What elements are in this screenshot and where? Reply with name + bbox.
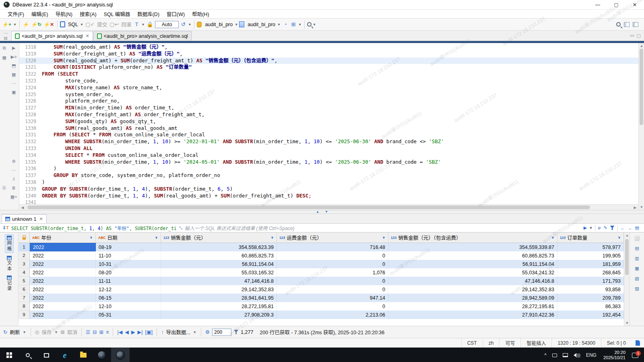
database-nav-icon[interactable]: ▦ [1, 54, 8, 61]
script-panel-icon[interactable]: ▣ [10, 89, 17, 95]
grid-cell[interactable]: 56,911,154.04 [161, 260, 277, 268]
row-number[interactable]: 7 [19, 294, 30, 302]
grid-cell[interactable]: 2022 [30, 311, 96, 319]
grid-cell[interactable]: 28,272,195.81 [161, 302, 277, 311]
commit-mode-select[interactable]: Auto [155, 21, 179, 28]
calc-panel-icon[interactable]: ▧ [634, 275, 640, 282]
outline-icon[interactable]: ⎘ [1, 185, 8, 191]
grid-cell[interactable]: 60,865,825.73 [388, 251, 557, 260]
grid-cell[interactable]: 2022 [30, 294, 96, 302]
search-icon[interactable] [616, 22, 621, 27]
menu-item-4[interactable]: SQL 编辑器 [100, 10, 134, 18]
fetch-size-input[interactable] [212, 329, 231, 336]
hscroll-right-arrow[interactable]: ▶ [632, 205, 638, 210]
menu-item-5[interactable]: 数据库(D) [134, 10, 163, 18]
add-row-icon[interactable]: ☰ [86, 329, 90, 335]
column-filter-icon[interactable]: ▼ [155, 236, 158, 240]
grid-cell[interactable]: 47,146,416.8 [161, 277, 277, 285]
code-line-1320[interactable]: 1320SUM(real_goods_amt) + SUM(order_frei… [19, 58, 638, 64]
grid-cell[interactable]: 60,865,825.73 [161, 251, 277, 260]
grid-cell[interactable]: 93,858 [557, 285, 624, 294]
grid-cell[interactable]: 27,908,209.3 [161, 311, 277, 319]
editor-vertical-scrollbar[interactable]: ▲ ▼ [638, 43, 644, 210]
filter-history-dropdown[interactable]: ▾ [590, 225, 592, 230]
code-line-1327[interactable]: 1327MIN(min_order_time) AS order_time_t, [19, 105, 638, 111]
code-line-1321[interactable]: 1321COUNT(DISTINCT platform_order_no) AS… [19, 64, 638, 71]
task-view-icon[interactable] [37, 348, 56, 362]
connect-icon[interactable]: ⚡ [22, 20, 30, 29]
maximize-button[interactable]: ▢ [607, 0, 625, 9]
schema-dropdown[interactable]: ▾ [277, 20, 281, 29]
grid-cell[interactable]: 47,146,416.8 [388, 277, 557, 285]
new-connection-dropdown[interactable]: ▾ [13, 20, 17, 29]
grid-cell[interactable]: 86,383 [557, 302, 624, 311]
table-row[interactable]: 3202210-3156,911,154.04056,911,154.04181… [19, 260, 624, 268]
grid-view-icon[interactable]: ▤ [634, 245, 640, 251]
history-icon[interactable]: ↺ [180, 20, 187, 29]
edit-row-icon[interactable]: ≡ [106, 329, 109, 335]
column-header-0[interactable]: ABC年份▼ [30, 232, 96, 243]
transaction-dropdown[interactable]: ▾ [141, 20, 145, 29]
export-data-button[interactable]: 导出数据... [166, 328, 190, 336]
quick-search-icon[interactable] [307, 22, 312, 27]
reconnect-icon[interactable]: ⚡↻ [31, 20, 42, 29]
code-line-1341[interactable]: 1341 [19, 199, 638, 204]
table-row[interactable]: 7202206-1528,941,641.95947.1428,942,589.… [19, 294, 624, 302]
grid-cell[interactable]: 10-31 [96, 260, 161, 268]
column-header-2[interactable]: 123销售金额（元）▼ [161, 232, 277, 243]
code-line-1319[interactable]: 1319SUM(order_freight_amt_t) AS "运费金额（元）… [19, 51, 638, 58]
grid-cell[interactable]: 29,142,352.83 [161, 285, 277, 294]
refresh-dropdown[interactable]: ▾ [23, 328, 27, 337]
grid-cell[interactable]: 2022 [30, 268, 96, 277]
code-line-1328[interactable]: 1328MAX(order_freight_amt) AS order_frei… [19, 111, 638, 118]
code-line-1337[interactable]: 1337GROUP BY store_code, system_order_no… [19, 172, 638, 179]
code-line-1336[interactable]: 1336) [19, 165, 638, 172]
menu-item-1[interactable]: 编辑(E) [28, 10, 52, 18]
row-number[interactable]: 4 [19, 268, 30, 277]
app-icon-dbeaver[interactable] [111, 348, 130, 362]
duplicate-row-icon[interactable]: ⊟ [93, 329, 97, 335]
grid-cell[interactable]: 28,942,589.09 [388, 294, 557, 302]
execute-statement-icon[interactable]: ▶ [10, 45, 17, 51]
overflow-dots-icon[interactable]: ⋯ [10, 167, 17, 173]
close-button[interactable]: ✕ [625, 0, 644, 9]
more-actions-icon[interactable]: ⋯ [10, 80, 17, 86]
app-icon-1[interactable] [93, 348, 111, 362]
code-line-1334[interactable]: 1334SELECT * FROM custom_online_sale_ord… [19, 152, 638, 159]
row-number[interactable]: 1 [19, 243, 30, 251]
status-doc-icon[interactable] [636, 340, 640, 346]
menu-item-6[interactable]: 窗口(W) [163, 10, 188, 18]
export-dropdown[interactable]: ▾ [193, 328, 197, 337]
grid-cell[interactable]: 716.48 [277, 243, 388, 251]
sql-editor-dropdown[interactable]: ▾ [80, 20, 84, 29]
code-line-1331[interactable]: 1331FROM (SELECT * FROM custom_online_sa… [19, 132, 638, 138]
grid-cell[interactable]: 2022 [30, 302, 96, 311]
row-number[interactable]: 9 [19, 311, 30, 319]
results-scroll-thumb[interactable] [625, 239, 629, 275]
grid-settings-gear-icon[interactable]: ⚙ [205, 329, 210, 335]
sash-collapse-down-icon[interactable]: ▼ [325, 210, 328, 214]
results-tab-close-icon[interactable]: ✕ [39, 216, 43, 222]
file-explorer-icon[interactable] [74, 348, 93, 362]
code-lines[interactable]: 1318SUM(real_goods_amt) AS "销售金额（元）",131… [19, 43, 638, 204]
hscroll-left-arrow[interactable]: ◀ [19, 205, 26, 210]
save-icon[interactable]: ◎ [35, 329, 39, 335]
grid-cell[interactable]: 06-15 [96, 294, 161, 302]
editor-tab-1[interactable]: <audit_bi_pro> analysis_cleartime.sql [93, 31, 192, 41]
grid-cell[interactable]: 171,793 [557, 277, 624, 285]
filter-query-text[interactable]: SELECT SUBSTR(order_time_t, 1, 4) AS "年份… [11, 225, 177, 231]
filter-forward-icon[interactable]: → [628, 226, 632, 230]
vscroll-up-arrow[interactable]: ▲ [639, 43, 644, 49]
table-row[interactable]: 2202211-1060,865,825.73060,865,825.73199… [19, 251, 624, 260]
result-grid[interactable]: ABC年份▼ABC日期▼123销售金额（元）▼123运费金额（元）▼123销售金… [19, 232, 624, 326]
menu-item-3[interactable]: 搜索(A) [76, 10, 100, 18]
usb-icon[interactable] [549, 348, 560, 362]
editor-results-sash[interactable]: ▲ ▼ [0, 210, 644, 214]
code-line-1325[interactable]: 1325system_order_no, [19, 91, 638, 98]
code-line-1335[interactable]: 1335WHERE SUBSTR(min_order_time, 1, 10) … [19, 159, 638, 166]
history-dropdown[interactable]: ▾ [188, 20, 192, 29]
commit-icon[interactable]: ▢✓ [85, 20, 95, 29]
export-script-icon[interactable]: ⇩ [10, 176, 17, 182]
panel-toggle-icon[interactable]: ▤ [635, 225, 639, 230]
load-grid-icon[interactable]: ▦ [10, 71, 17, 78]
